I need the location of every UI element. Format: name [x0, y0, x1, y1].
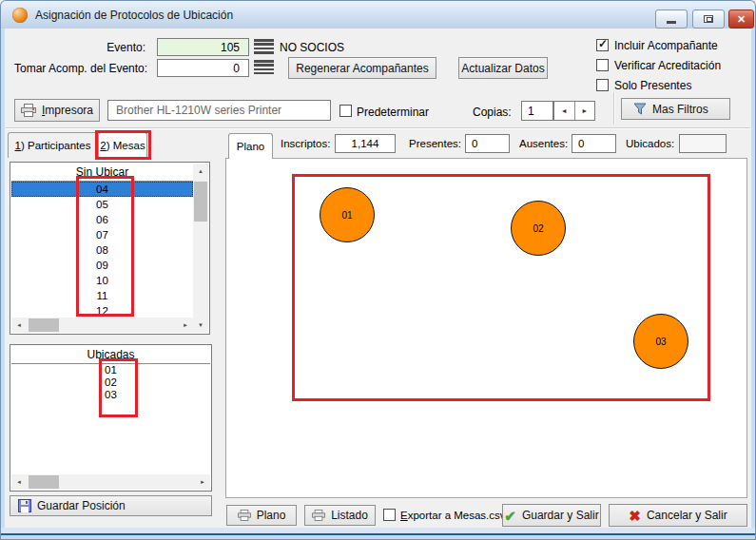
- vertical-scrollbar[interactable]: ▲ ▼: [193, 164, 208, 333]
- exportar-checkbox[interactable]: [383, 509, 396, 521]
- scroll-left-icon[interactable]: ◄: [11, 318, 27, 333]
- printer-icon: [21, 104, 36, 117]
- inscriptos-value: 1,144: [335, 134, 396, 153]
- list-item[interactable]: 06: [11, 212, 193, 227]
- list-item[interactable]: 07: [11, 227, 193, 242]
- copias-input[interactable]: 1: [521, 101, 553, 121]
- tab-plano[interactable]: Plano: [228, 133, 273, 159]
- tab-mesas[interactable]: 2) Mesas: [98, 132, 147, 158]
- filter-checkboxes: ✓Incluir AcompañanteVerificar Acreditaci…: [596, 37, 748, 98]
- copias-spinner[interactable]: ◄ ►: [553, 101, 595, 121]
- ubicados-value: [679, 134, 727, 153]
- ubicados-label: Ubicados:: [626, 138, 674, 149]
- evento-label: Evento:: [38, 41, 145, 54]
- predeterminar-checkbox[interactable]: [339, 105, 352, 117]
- impresora-button[interactable]: Impresora: [14, 99, 100, 122]
- list-item[interactable]: 04: [11, 182, 193, 197]
- list-item[interactable]: 12: [11, 303, 193, 318]
- evento-input[interactable]: 105: [157, 38, 249, 56]
- window-frame-left: [0, 29, 5, 528]
- print-plano-label: Plano: [257, 509, 286, 522]
- presentes-value: 0: [465, 134, 510, 153]
- filter-checkbox-row[interactable]: ✓Incluir Acompañante: [596, 37, 718, 53]
- list-item[interactable]: 02: [11, 376, 210, 389]
- scroll-right-icon[interactable]: ►: [195, 474, 210, 490]
- scroll-left-icon[interactable]: ◄: [11, 474, 27, 490]
- list-item[interactable]: 01: [11, 364, 210, 376]
- ubicadas-list: Ubicadas 010203 ◄ ►: [10, 344, 212, 492]
- separator: [613, 92, 615, 125]
- maximize-icon: [704, 15, 713, 23]
- ubicadas-items: 010203: [11, 364, 210, 474]
- horizontal-scrollbar[interactable]: ◄ ►: [11, 318, 193, 333]
- filter-checkbox-row[interactable]: Verificar Acreditación: [596, 57, 721, 73]
- app-icon: [12, 8, 28, 23]
- regenerar-acompanantes-button[interactable]: Regenerar Acompañantes: [288, 57, 436, 79]
- checkbox-label: Solo Presentes: [614, 79, 691, 92]
- mas-filtros-button[interactable]: Mas Filtros: [621, 98, 730, 120]
- maximize-button[interactable]: [692, 10, 725, 29]
- checkbox[interactable]: [596, 59, 609, 71]
- checkbox-label: Verificar Acreditación: [614, 59, 721, 72]
- exportar-label: Exportar a Mesas.csv: [400, 510, 506, 521]
- plan-canvas[interactable]: 010203: [292, 174, 710, 401]
- checkbox[interactable]: [596, 79, 609, 91]
- predeterminar-label: Predeterminar: [357, 106, 429, 119]
- filter-checkbox-row[interactable]: Solo Presentes: [596, 77, 691, 93]
- list-item[interactable]: 08: [11, 242, 193, 258]
- print-listado-label: Listado: [331, 509, 368, 522]
- sin-ubicar-list: Sin Ubicar 040506070809101112 ▲ ▼ ◄ ►: [10, 162, 210, 335]
- ausentes-value: 0: [572, 134, 616, 153]
- print-plano-button[interactable]: Plano: [226, 505, 297, 526]
- spinner-down-icon[interactable]: ◄: [554, 102, 574, 120]
- scroll-down-icon[interactable]: ▼: [193, 318, 208, 333]
- impresora-label: Impresora: [42, 104, 93, 117]
- list-item[interactable]: 05: [11, 197, 193, 212]
- list-item[interactable]: 09: [11, 258, 193, 273]
- title-bar[interactable]: Asignación de Protocolos de Ubicación ✕: [0, 0, 756, 29]
- evento-lookup-icon[interactable]: [254, 39, 274, 54]
- inscriptos-label: Inscriptos:: [281, 138, 330, 149]
- cancelar-y-salir-button[interactable]: ✖ Cancelar y Salir: [609, 504, 747, 527]
- scroll-thumb[interactable]: [194, 182, 207, 222]
- scroll-up-icon[interactable]: ▲: [193, 164, 208, 179]
- scroll-thumb[interactable]: [29, 318, 59, 332]
- check-icon: ✓: [598, 37, 608, 50]
- window-frame-right: [751, 29, 756, 528]
- scroll-right-icon[interactable]: ►: [178, 318, 193, 333]
- list-item[interactable]: 11: [11, 288, 193, 303]
- table-circle[interactable]: 01: [320, 187, 375, 242]
- guardar-y-salir-label: Guardar y Salir: [522, 509, 599, 522]
- checkbox[interactable]: ✓: [596, 39, 609, 51]
- cross-icon: ✖: [629, 509, 641, 523]
- checkbox-label: Incluir Acompañante: [614, 39, 718, 52]
- list-item[interactable]: 10: [11, 273, 193, 288]
- spinner-up-icon[interactable]: ►: [574, 102, 595, 120]
- copias-label: Copias:: [473, 106, 512, 119]
- presentes-label: Presentes:: [409, 138, 461, 149]
- actualizar-datos-button[interactable]: Actualizar Datos: [458, 57, 548, 79]
- sin-ubicar-items: 040506070809101112: [11, 182, 193, 318]
- print-listado-button[interactable]: Listado: [304, 505, 376, 526]
- tomar-acomp-input[interactable]: 0: [157, 59, 249, 77]
- window-title: Asignación de Protocolos de Ubicación: [35, 9, 233, 22]
- ausentes-label: Ausentes:: [519, 138, 568, 149]
- ubicadas-header: Ubicadas: [11, 346, 210, 364]
- scroll-thumb[interactable]: [29, 475, 59, 489]
- table-circle[interactable]: 02: [511, 201, 566, 256]
- table-circle[interactable]: 03: [633, 314, 688, 369]
- cancelar-y-salir-label: Cancelar y Salir: [647, 509, 727, 522]
- minimize-button[interactable]: [655, 10, 688, 29]
- close-button[interactable]: ✕: [728, 10, 754, 29]
- guardar-posicion-button[interactable]: Guardar Posición: [10, 495, 212, 516]
- list-item[interactable]: 03: [11, 389, 210, 401]
- tab-participantes-label: 1) Participantes: [15, 140, 91, 151]
- tomar-acomp-lookup-icon[interactable]: [254, 60, 274, 75]
- tomar-acomp-label: Tomar Acomp. del Evento:: [14, 62, 145, 75]
- tab-mesas-label: 2) Mesas: [100, 140, 145, 151]
- tab-participantes[interactable]: 1) Participantes: [8, 132, 98, 158]
- guardar-y-salir-button[interactable]: ✔ Guardar y Salir: [502, 504, 601, 527]
- horizontal-scrollbar[interactable]: ◄ ►: [11, 474, 210, 490]
- window-frame-bottom: [0, 528, 756, 540]
- printer-name-field[interactable]: Brother HL-1210W series Printer: [107, 100, 331, 121]
